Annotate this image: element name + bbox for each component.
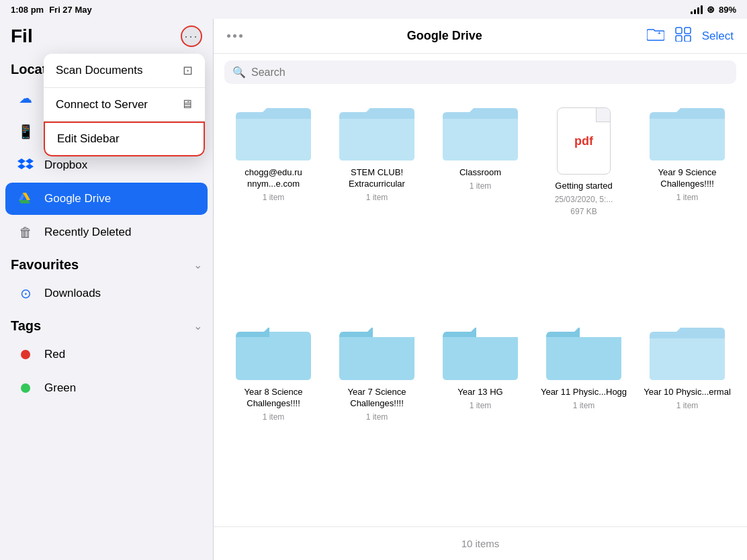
- sidebar-item-googledrive[interactable]: Google Drive: [5, 183, 208, 215]
- download-icon: ⊙: [16, 284, 35, 303]
- folder-icon: [440, 104, 521, 165]
- sidebar-item-tag-red[interactable]: Red: [5, 338, 208, 371]
- green-tag-dot: [16, 379, 35, 398]
- file-meta: 1 item: [676, 193, 699, 202]
- favourites-section-header: Favourites ⌄: [0, 249, 213, 277]
- main-header: Google Drive +: [214, 19, 747, 54]
- file-meta: 1 item: [470, 181, 492, 191]
- folder-icon: [647, 324, 728, 384]
- dropbox-label: Dropbox: [44, 158, 87, 172]
- folder-icon: [440, 324, 521, 384]
- file-name: Year 8 Science Challenges!!!!: [230, 387, 317, 410]
- file-meta: 1 item: [366, 193, 388, 202]
- folder-icon: [233, 104, 314, 165]
- file-item[interactable]: Year 13 HG 1 item: [437, 324, 524, 513]
- search-input[interactable]: [251, 66, 728, 79]
- items-count-label: 10 items: [214, 526, 747, 560]
- scan-documents-label: Scan Documents: [56, 64, 142, 77]
- file-item[interactable]: Classroom 1 item: [437, 104, 524, 308]
- search-bar[interactable]: 🔍: [224, 60, 736, 84]
- folder-icon: [543, 324, 624, 384]
- file-meta: 1 item: [676, 401, 699, 410]
- svg-text:+: +: [658, 30, 661, 36]
- file-name: Year 13 HG: [457, 387, 502, 398]
- svg-rect-2: [685, 28, 691, 34]
- file-name: Year 10 Physic...ermal: [644, 387, 731, 398]
- folder-icon: [337, 104, 417, 165]
- drag-handle-icon: [227, 34, 243, 38]
- search-icon: 🔍: [232, 66, 246, 79]
- connect-to-server-menu-item[interactable]: Connect to Server 🖥: [44, 88, 205, 122]
- svg-rect-3: [676, 36, 682, 42]
- file-meta: 1 item: [573, 401, 595, 410]
- header-actions: + Select: [647, 27, 734, 46]
- ipad-icon: 📱: [16, 122, 35, 141]
- file-item[interactable]: Year 11 Physic...Hogg 1 item: [540, 324, 627, 513]
- scan-icon: ⊡: [183, 63, 193, 78]
- file-item[interactable]: Year 7 Science Challenges!!!! 1 item: [333, 324, 421, 513]
- file-meta: 25/03/2020, 5:...: [555, 195, 613, 204]
- gdrive-label: Google Drive: [44, 192, 111, 205]
- file-item[interactable]: pdf Getting started 25/03/2020, 5:... 69…: [540, 104, 627, 308]
- dropdown-menu: Scan Documents ⊡ Connect to Server 🖥 Edi…: [44, 54, 205, 156]
- file-name: STEM CLUB! Extracurricular: [333, 167, 421, 190]
- file-item[interactable]: chogg@edu.runnym...e.com 1 item: [230, 104, 317, 308]
- signal-icon: [691, 5, 703, 14]
- file-item[interactable]: Year 8 Science Challenges!!!! 1 item: [230, 324, 317, 513]
- file-meta: 1 item: [366, 412, 388, 422]
- tags-title: Tags: [11, 318, 41, 334]
- view-toggle-button[interactable]: [675, 27, 691, 46]
- more-options-button[interactable]: ···: [181, 26, 202, 47]
- icloud-icon: ☁: [16, 89, 35, 107]
- wifi-icon: ⊛: [707, 4, 715, 15]
- file-item[interactable]: Year 9 Science Challenges!!!! 1 item: [644, 104, 731, 308]
- sidebar-item-recently-deleted[interactable]: 🗑 Recently Deleted: [5, 216, 208, 248]
- main-content: Google Drive +: [214, 19, 747, 560]
- new-folder-button[interactable]: +: [647, 27, 664, 46]
- select-button[interactable]: Select: [702, 30, 734, 43]
- sidebar-item-downloads[interactable]: ⊙ Downloads: [5, 277, 208, 310]
- status-bar: 1:08 pm Fri 27 May ⊛ 89%: [0, 0, 747, 19]
- favourites-title: Favourites: [11, 257, 79, 273]
- status-bar-right: ⊛ 89%: [691, 4, 736, 15]
- file-name: Year 9 Science Challenges!!!!: [644, 167, 731, 190]
- file-size: 697 KB: [570, 207, 597, 216]
- file-item[interactable]: STEM CLUB! Extracurricular 1 item: [333, 104, 421, 308]
- file-meta: 1 item: [263, 412, 285, 422]
- edit-sidebar-menu-item[interactable]: Edit Sidebar: [44, 122, 205, 156]
- sidebar-header: Fil ···: [0, 19, 213, 54]
- server-icon: 🖥: [181, 97, 193, 111]
- svg-rect-1: [676, 28, 682, 34]
- favourites-chevron-icon[interactable]: ⌄: [193, 259, 202, 271]
- dropbox-icon: [16, 156, 35, 175]
- red-tag-dot: [16, 345, 35, 364]
- file-name: Classroom: [459, 167, 501, 179]
- tags-chevron-icon[interactable]: ⌄: [193, 320, 202, 332]
- gdrive-icon: [16, 189, 35, 208]
- recently-deleted-label: Recently Deleted: [44, 226, 131, 239]
- time-display: 1:08 pm: [11, 5, 44, 15]
- edit-sidebar-label: Edit Sidebar: [57, 132, 120, 146]
- date-display: Fri 27 May: [49, 5, 92, 15]
- red-tag-label: Red: [44, 348, 65, 361]
- scan-documents-menu-item[interactable]: Scan Documents ⊡: [44, 54, 205, 88]
- file-item[interactable]: Year 10 Physic...ermal 1 item: [644, 324, 731, 513]
- sidebar-item-tag-green[interactable]: Green: [5, 372, 208, 404]
- main-title: Google Drive: [243, 29, 647, 43]
- svg-rect-4: [685, 36, 691, 42]
- green-tag-label: Green: [44, 381, 76, 395]
- sidebar: Fil ··· Scan Documents ⊡ Connect to Serv…: [0, 19, 214, 560]
- file-name: chogg@edu.runnym...e.com: [245, 167, 302, 190]
- file-name: Year 11 Physic...Hogg: [541, 387, 627, 398]
- file-meta: 1 item: [470, 401, 492, 410]
- file-name: Getting started: [555, 181, 612, 192]
- connect-to-server-label: Connect to Server: [56, 98, 148, 111]
- app-title: Fil: [11, 26, 181, 47]
- downloads-label: Downloads: [44, 287, 101, 300]
- file-name: Year 7 Science Challenges!!!!: [333, 387, 421, 410]
- file-grid: chogg@edu.runnym...e.com 1 item STEM CLU…: [214, 91, 747, 526]
- pdf-icon: pdf: [554, 104, 614, 178]
- trash-icon: 🗑: [16, 223, 35, 242]
- folder-icon: [233, 324, 314, 384]
- folder-icon: [337, 324, 417, 384]
